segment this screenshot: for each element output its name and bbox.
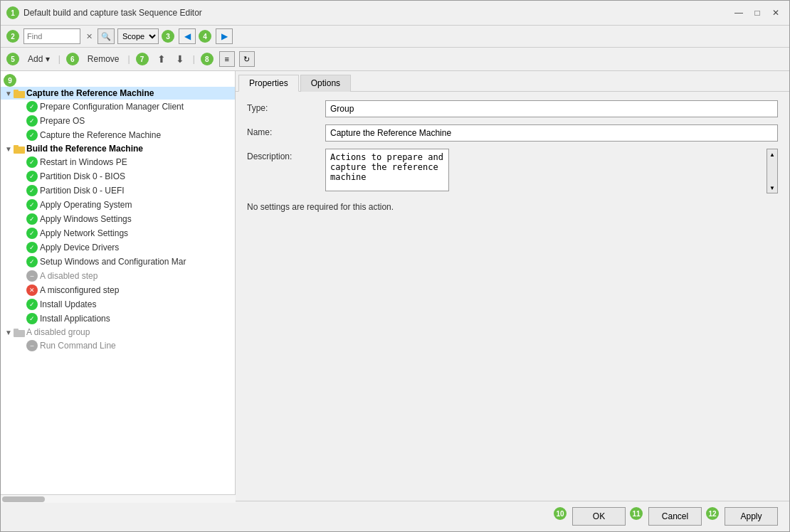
status-setup-windows: ✓ bbox=[26, 256, 38, 267]
group-disabled-label: A disabled group bbox=[26, 327, 90, 337]
status-run-cmd: – bbox=[26, 340, 38, 351]
divider-2: | bbox=[128, 54, 130, 64]
item-prepare-cm[interactable]: ✓ Prepare Configuration Manager Client bbox=[1, 100, 235, 114]
desc-label: Description: bbox=[247, 149, 325, 161]
item-setup-windows[interactable]: ✓ Setup Windows and Configuration Mar bbox=[1, 255, 235, 269]
status-restart-pe: ✓ bbox=[26, 156, 38, 168]
folder-icon-disabled bbox=[14, 327, 25, 337]
label-restart-pe: Restart in Windows PE bbox=[40, 157, 127, 167]
scrollbar-thumb[interactable] bbox=[2, 496, 45, 502]
item-apply-network[interactable]: ✓ Apply Network Settings bbox=[1, 226, 235, 240]
label-run-cmd: Run Command Line bbox=[40, 341, 116, 351]
add-label: Add ▾ bbox=[28, 54, 50, 64]
group-capture[interactable]: ▼ Capture the Reference Machine bbox=[1, 87, 235, 100]
badge-9: 9 bbox=[4, 74, 16, 87]
divider-1: | bbox=[58, 54, 60, 64]
clear-find-button[interactable]: ✕ bbox=[83, 31, 95, 42]
item-partition-bios[interactable]: ✓ Partition Disk 0 - BIOS bbox=[1, 169, 235, 183]
ok-label: OK bbox=[593, 511, 605, 521]
properties-panel: Properties Options Type: Name: Descripti… bbox=[236, 71, 789, 501]
item-misconfigured[interactable]: ✕ A misconfigured step bbox=[1, 283, 235, 297]
move-down-button[interactable]: ⬇ bbox=[173, 52, 187, 66]
cancel-label: Cancel bbox=[662, 511, 688, 521]
group-disabled[interactable]: ▼ A disabled group bbox=[1, 326, 235, 339]
label-setup-windows: Setup Windows and Configuration Mar bbox=[40, 257, 186, 267]
type-input[interactable] bbox=[325, 100, 778, 117]
tab-properties[interactable]: Properties bbox=[238, 75, 299, 92]
expand-disabled[interactable]: ▼ bbox=[4, 327, 14, 337]
expand-capture[interactable]: ▼ bbox=[4, 88, 14, 98]
status-partition-uefi: ✓ bbox=[26, 185, 38, 196]
status-install-apps: ✓ bbox=[26, 313, 38, 324]
item-restart-pe[interactable]: ✓ Restart in Windows PE bbox=[1, 155, 235, 169]
desc-textarea[interactable]: Actions to prepare and capture the refer… bbox=[325, 149, 449, 191]
item-install-updates[interactable]: ✓ Install Updates bbox=[1, 297, 235, 312]
add-button[interactable]: Add ▾ bbox=[25, 50, 53, 68]
expand-build[interactable]: ▼ bbox=[4, 144, 14, 154]
badge-8: 8 bbox=[201, 53, 214, 65]
remove-button[interactable]: Remove bbox=[85, 50, 122, 68]
tab-options[interactable]: Options bbox=[300, 75, 351, 92]
status-partition-bios: ✓ bbox=[26, 171, 38, 182]
label-prepare-cm: Prepare Configuration Manager Client bbox=[40, 102, 184, 112]
options-icon-button[interactable]: ≡ bbox=[219, 51, 235, 67]
title-bar-controls: — □ ✕ bbox=[731, 5, 784, 21]
item-apply-os[interactable]: ✓ Apply Operating System bbox=[1, 198, 235, 212]
status-install-updates: ✓ bbox=[26, 299, 38, 310]
status-apply-os: ✓ bbox=[26, 199, 38, 211]
label-capture-ref: Capture the Reference Machine bbox=[40, 130, 161, 140]
status-apply-network: ✓ bbox=[26, 228, 38, 239]
refresh-button[interactable]: ↻ bbox=[239, 51, 255, 67]
minimize-button[interactable]: — bbox=[731, 5, 747, 21]
label-install-updates: Install Updates bbox=[40, 299, 96, 309]
apply-button[interactable]: Apply bbox=[725, 507, 778, 526]
status-prepare-os: ✓ bbox=[26, 115, 38, 127]
name-row: Name: bbox=[247, 124, 778, 142]
item-disabled-step[interactable]: – A disabled step bbox=[1, 269, 235, 283]
ok-button[interactable]: OK bbox=[572, 507, 626, 526]
folder-icon-build bbox=[14, 144, 25, 154]
maximize-button[interactable]: □ bbox=[749, 5, 765, 21]
search-button[interactable]: 🔍 bbox=[98, 28, 115, 44]
remove-label: Remove bbox=[88, 54, 120, 64]
name-label: Name: bbox=[247, 124, 325, 137]
status-prepare-cm: ✓ bbox=[26, 101, 38, 112]
item-partition-uefi[interactable]: ✓ Partition Disk 0 - UEFI bbox=[1, 183, 235, 198]
badge-4: 4 bbox=[199, 30, 211, 43]
name-input[interactable] bbox=[325, 124, 778, 142]
folder-icon-capture bbox=[14, 88, 25, 98]
label-partition-bios: Partition Disk 0 - BIOS bbox=[40, 171, 125, 181]
label-misconfigured: A misconfigured step bbox=[40, 285, 119, 295]
close-button[interactable]: ✕ bbox=[768, 5, 784, 21]
item-capture-ref[interactable]: ✓ Capture the Reference Machine bbox=[1, 128, 235, 142]
item-apply-windows[interactable]: ✓ Apply Windows Settings bbox=[1, 212, 235, 226]
group-build-label: Build the Reference Machine bbox=[26, 144, 143, 154]
label-apply-windows: Apply Windows Settings bbox=[40, 214, 132, 224]
item-install-apps[interactable]: ✓ Install Applications bbox=[1, 312, 235, 326]
scope-select[interactable]: Scope bbox=[117, 28, 159, 44]
scroll-up-btn[interactable]: ▲ bbox=[767, 149, 777, 159]
label-install-apps: Install Applications bbox=[40, 314, 110, 324]
search-toolbar: 2 ✕ 🔍 Scope 3 ◀ 4 ▶ bbox=[1, 26, 789, 48]
label-disabled-step: A disabled step bbox=[40, 271, 98, 281]
badge-3: 3 bbox=[162, 30, 174, 43]
group-build[interactable]: ▼ Build the Reference Machine bbox=[1, 142, 235, 155]
tab-options-label: Options bbox=[311, 78, 340, 88]
item-run-cmd[interactable]: – Run Command Line bbox=[1, 339, 235, 353]
status-apply-drivers: ✓ bbox=[26, 242, 38, 253]
desc-row: Description: Actions to prepare and capt… bbox=[247, 149, 778, 193]
label-partition-uefi: Partition Disk 0 - UEFI bbox=[40, 186, 125, 196]
status-misconfigured: ✕ bbox=[26, 284, 38, 296]
nav-forward-button[interactable]: ▶ bbox=[216, 28, 233, 44]
horizontal-scrollbar[interactable] bbox=[1, 494, 236, 503]
find-input[interactable] bbox=[23, 28, 80, 44]
nav-back-button[interactable]: ◀ bbox=[179, 28, 196, 44]
cancel-button[interactable]: Cancel bbox=[648, 507, 702, 526]
move-up-button[interactable]: ⬆ bbox=[154, 52, 169, 66]
svg-rect-3 bbox=[14, 145, 19, 148]
item-prepare-os[interactable]: ✓ Prepare OS bbox=[1, 114, 235, 128]
scroll-down-btn[interactable]: ▼ bbox=[767, 183, 777, 193]
action-toolbar: 5 Add ▾ | 6 Remove | 7 ⬆ ⬇ | 8 ≡ ↻ bbox=[1, 48, 789, 71]
item-apply-drivers[interactable]: ✓ Apply Device Drivers bbox=[1, 240, 235, 255]
badge-1: 1 bbox=[6, 6, 19, 19]
